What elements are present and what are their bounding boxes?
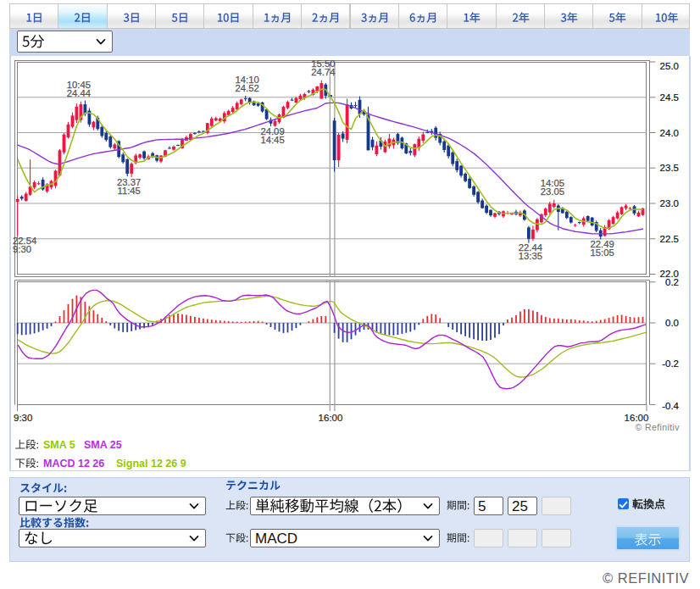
svg-text:MACD: MACD [255, 531, 297, 547]
